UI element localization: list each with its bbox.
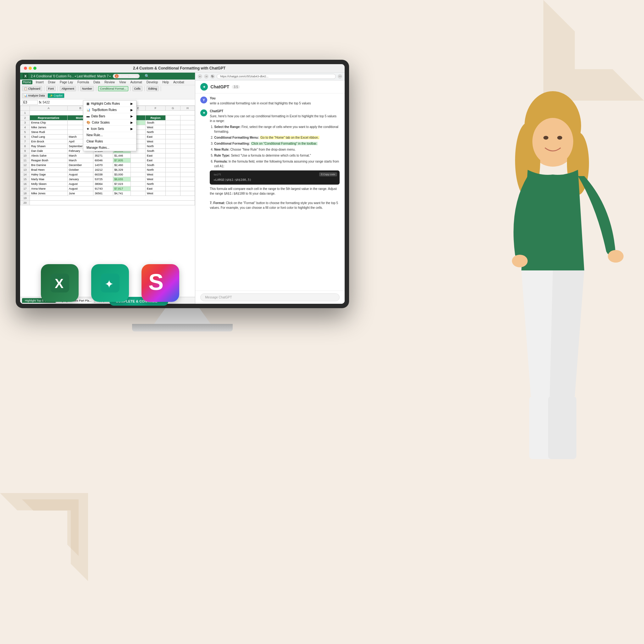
url-bar[interactable]: https://chatgpt.com/c/5f16ab43-db42... xyxy=(217,74,336,79)
craft-app-icon[interactable]: S xyxy=(142,264,179,302)
chatgpt-app-icon[interactable]: ✦ xyxy=(91,264,129,302)
code-block: swift ⎘ Copy code =LARGE($A$1:$A$100,5) xyxy=(210,170,340,185)
newrule-label: New Rule... xyxy=(86,133,103,137)
new-rule-item[interactable]: New Rule... xyxy=(83,132,136,138)
clear-rules-item[interactable]: Clear Rules xyxy=(83,138,136,145)
step-6: Formula: In the formula field, enter the… xyxy=(214,159,340,169)
conditional-format-btn[interactable]: Conditional Format... xyxy=(98,86,128,91)
clipboard-group: 📋 Clipboard xyxy=(22,86,44,91)
font-btn[interactable]: Font xyxy=(46,86,56,91)
chatgpt-title: ChatGPT xyxy=(210,84,229,89)
alignment-btn[interactable]: Alignment xyxy=(60,86,76,91)
table-row: 10 Alexis Salve March 35271 $1,446 East xyxy=(20,153,195,158)
browser-forward-btn[interactable]: → xyxy=(204,74,208,79)
alignment-group: Alignment xyxy=(60,86,78,91)
menu-developer[interactable]: Develop xyxy=(146,80,159,84)
col-header-h[interactable]: H xyxy=(180,106,195,111)
browser-back-btn[interactable]: ← xyxy=(198,74,202,79)
menu-home[interactable]: Home xyxy=(22,80,32,84)
code-content: =LARGE($A$1:$A$100,5) xyxy=(214,178,251,181)
table-row: 18 Mike Jones June 36561 $4,741 West xyxy=(20,191,195,196)
emma-avatar: E xyxy=(115,74,119,78)
window-controls xyxy=(24,67,36,70)
menu-draw[interactable]: Draw xyxy=(47,80,56,84)
maximize-window-button[interactable] xyxy=(33,67,36,70)
excel-title-text: 2.4 Conditional '0 Custom Fo... • Last M… xyxy=(31,75,110,78)
cells-btn[interactable]: Cells xyxy=(132,86,142,91)
icon-sets-arrow: ▶ xyxy=(130,127,133,130)
managerules-label: Manage Rules... xyxy=(86,146,109,149)
highlight-cells-label: Highlight Cells Rules xyxy=(91,102,120,105)
color-scales-item[interactable]: 🎨 Color Scales ▶ xyxy=(83,119,136,126)
iconsets-icon: ★ xyxy=(86,127,89,130)
menu-automate[interactable]: Automat xyxy=(129,80,143,84)
chatgpt-logo-icon: ✦ xyxy=(200,83,208,91)
browser-bar: ← → ↻ https://chatgpt.com/c/5f16ab43-db4… xyxy=(195,73,345,81)
menu-insert[interactable]: Insert xyxy=(35,80,45,84)
addin-group: 📊 Analyze Data ✨ Copilot xyxy=(22,93,64,98)
formula-equals: fx xyxy=(39,101,42,104)
svg-text:✦: ✦ xyxy=(104,278,114,291)
copilot-btn[interactable]: ✨ Copilot xyxy=(47,93,64,98)
name-box-input[interactable] xyxy=(22,100,38,105)
copy-code-button[interactable]: ⎘ Copy code xyxy=(319,172,337,176)
svg-text:S: S xyxy=(148,269,164,295)
data-bars-arrow: ▶ xyxy=(130,114,133,118)
decorative-shape-bl xyxy=(0,493,88,581)
person-illustration xyxy=(433,50,641,522)
search-icon[interactable]: 🔍 xyxy=(145,74,149,78)
emma-name: Emma Chiapo xyxy=(119,75,137,78)
chatgpt-swirl-icon: ✦ xyxy=(101,274,119,292)
close-window-button[interactable] xyxy=(24,67,27,70)
chat-messages[interactable]: Y You write a conditional formatting rul… xyxy=(195,93,345,291)
chatgpt-header: ✦ ChatGPT 3.5 xyxy=(195,81,345,93)
step-7: 7. Format: Click on the "Format" button … xyxy=(210,201,340,210)
user-message-row: Y You write a conditional formatting rul… xyxy=(200,97,340,106)
excel-logo-icon: X xyxy=(23,73,28,79)
menu-review[interactable]: Review xyxy=(103,80,116,84)
assistant-sender-label: ChatGPT xyxy=(210,109,340,113)
menu-acrobat[interactable]: Acrobat xyxy=(172,80,185,84)
svg-point-12 xyxy=(557,136,562,140)
color-scales-arrow: ▶ xyxy=(130,121,133,124)
chat-input-placeholder: Message ChatGPT xyxy=(205,296,232,299)
menu-pagelayout[interactable]: Page Lay xyxy=(59,80,74,84)
number-group: Number xyxy=(80,86,96,91)
minimize-window-button[interactable] xyxy=(29,67,32,70)
browser-refresh-btn[interactable]: ↻ xyxy=(210,74,215,79)
editing-btn[interactable]: Editing xyxy=(147,86,159,91)
manage-rules-item[interactable]: Manage Rules... xyxy=(83,145,136,151)
table-row: 15 Marly Mae January 53725 $8,655 West xyxy=(20,177,195,182)
excel-app-icon[interactable]: X xyxy=(41,264,79,302)
emma-chip: E Emma Chiapo xyxy=(113,74,139,78)
menu-data[interactable]: Data xyxy=(92,80,101,84)
browser-menu-btn[interactable]: ⋯ xyxy=(338,74,342,79)
assistant-steps-list: Select the Range: First, select the rang… xyxy=(214,125,340,169)
chatgpt-version: 3.5 xyxy=(232,85,240,89)
highlight-cells-rules[interactable]: ▦ Highlight Cells Rules ▶ xyxy=(83,101,136,107)
menu-help[interactable]: Help xyxy=(161,80,170,84)
step-5: Rule Type: Select "Use a formula to dete… xyxy=(214,153,340,158)
col-header-a[interactable]: A xyxy=(30,106,68,111)
data-bars-item[interactable]: ▬ Data Bars ▶ xyxy=(83,113,136,119)
font-group: Font xyxy=(46,86,58,91)
table-row: 12 Bre Damine December 14370 $2,460 Sout… xyxy=(20,163,195,168)
col-header-blank xyxy=(20,106,30,111)
color-scales-label: Color Scales xyxy=(92,121,110,124)
top-bottom-rules[interactable]: 📊 Top/Bottom Rules ▶ xyxy=(83,107,136,113)
user-message-text: write a conditional formatting rule in e… xyxy=(210,101,340,106)
monitor-base xyxy=(132,324,233,331)
number-btn[interactable]: Number xyxy=(80,86,94,91)
col-header-f[interactable]: F xyxy=(145,106,165,111)
clipboard-btn[interactable]: 📋 Clipboard xyxy=(22,86,42,91)
menu-formulas[interactable]: Formula xyxy=(76,80,90,84)
col-header-g[interactable]: G xyxy=(165,106,180,111)
icon-sets-item[interactable]: ★ Icon Sets ▶ xyxy=(83,126,136,132)
top-bottom-arrow: ▶ xyxy=(130,108,133,112)
menu-view[interactable]: View xyxy=(118,80,127,84)
data-bars-label: Data Bars xyxy=(91,114,105,118)
top-bottom-label: Top/Bottom Rules xyxy=(92,108,117,112)
chat-input-area: Message ChatGPT xyxy=(195,291,345,304)
analyze-data-btn[interactable]: 📊 Analyze Data xyxy=(22,93,47,98)
chat-input-box[interactable]: Message ChatGPT xyxy=(200,293,340,301)
